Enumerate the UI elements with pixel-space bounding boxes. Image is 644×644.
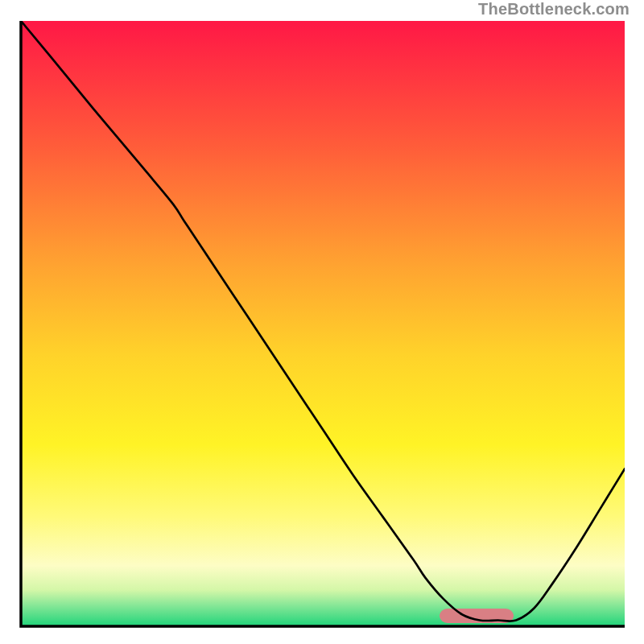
gradient-backdrop (21, 21, 625, 626)
chart-stage: TheBottleneck.com (0, 0, 644, 644)
watermark-text: TheBottleneck.com (478, 0, 630, 19)
bottleneck-plot (0, 0, 644, 644)
